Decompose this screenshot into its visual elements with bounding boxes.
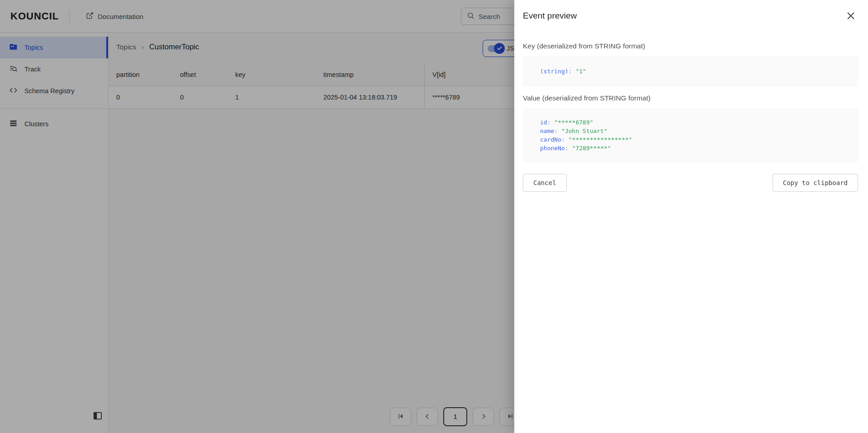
value-code-box: id:"*****6789" name:"John Stuart" cardNo… bbox=[523, 108, 858, 162]
code-line: cardNo:"****************" bbox=[540, 135, 851, 144]
close-icon bbox=[845, 16, 856, 23]
cancel-button[interactable]: Cancel bbox=[523, 174, 567, 192]
close-button[interactable] bbox=[844, 10, 857, 23]
drawer-actions: Cancel Copy to clipboard bbox=[523, 174, 858, 192]
code-line: (string):"1" bbox=[540, 67, 851, 76]
value-section-heading: Value (deserialized from STRING format) bbox=[523, 94, 858, 102]
drawer-title: Event preview bbox=[523, 11, 858, 21]
code-line: phoneNo:"7289*****" bbox=[540, 144, 851, 152]
key-section-heading: Key (deserialized from STRING format) bbox=[523, 42, 858, 50]
code-line: id:"*****6789" bbox=[540, 118, 851, 127]
code-line: name:"John Stuart" bbox=[540, 127, 851, 135]
event-preview-drawer: Event preview Key (deserialized from STR… bbox=[514, 0, 868, 433]
copy-to-clipboard-button[interactable]: Copy to clipboard bbox=[773, 174, 858, 192]
key-code-box: (string):"1" bbox=[523, 56, 858, 86]
